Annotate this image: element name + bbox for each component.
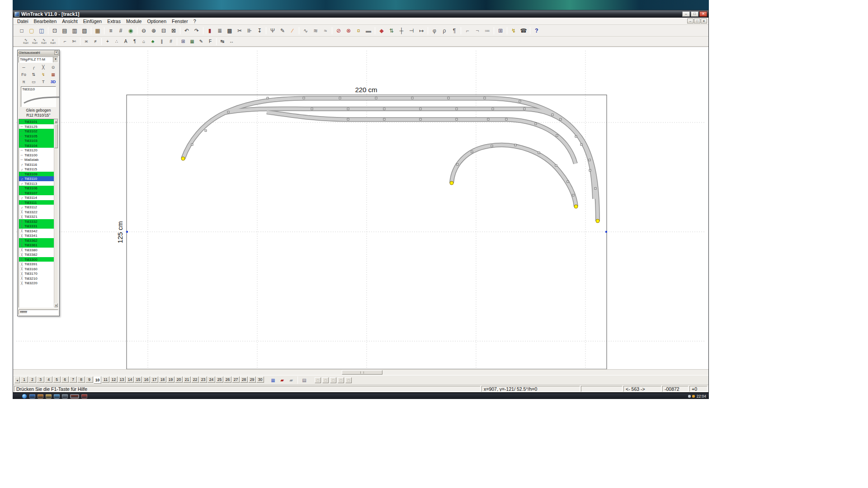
zoom-all-icon[interactable]: ⊠ bbox=[169, 26, 179, 35]
draw-tool-icon[interactable]: ✎ bbox=[278, 26, 288, 35]
parts-list-icon[interactable]: ▦ bbox=[93, 26, 103, 35]
tree-tool-icon[interactable]: ♣ bbox=[148, 38, 157, 46]
buildings-icon[interactable]: ▦ bbox=[49, 71, 57, 78]
flex-cut-icon[interactable]: ×FLEX bbox=[48, 38, 57, 46]
drawing-area[interactable]: 220 cm 125 cm Gleisauswahl ✕ Tillig/PILZ… bbox=[13, 47, 708, 369]
train-red-icon[interactable]: ▰ bbox=[278, 377, 286, 384]
sheet-tab-30[interactable]: 30 bbox=[256, 376, 264, 383]
help-icon[interactable]: ? bbox=[532, 26, 542, 35]
undo-icon[interactable]: ↶ bbox=[182, 26, 192, 35]
mdi-restore-button[interactable]: □ bbox=[694, 19, 700, 23]
view-button-3[interactable]: ▢ bbox=[330, 377, 336, 383]
minimize-button[interactable]: – bbox=[682, 11, 690, 17]
tray-icon-2[interactable] bbox=[692, 395, 695, 398]
mark-point-icon[interactable]: ∴ bbox=[112, 38, 121, 46]
menu-item-extras[interactable]: Extras bbox=[104, 18, 123, 24]
page-notes-icon[interactable]: ▧ bbox=[80, 26, 90, 35]
item-numbers-icon[interactable]: ≡ bbox=[106, 26, 116, 35]
track-list-item[interactable]: ─Ti83100 bbox=[19, 153, 54, 158]
sheet-tab-2[interactable]: 2 bbox=[28, 376, 36, 383]
signal-icon[interactable]: ρ bbox=[439, 26, 449, 35]
paste-icon[interactable]: ↧ bbox=[255, 26, 264, 35]
power-icon[interactable]: ↯ bbox=[509, 26, 519, 35]
flag-tool-icon[interactable]: ¤ bbox=[354, 26, 363, 35]
sheet-tab-10[interactable]: 10 bbox=[94, 376, 101, 384]
track-list-item[interactable]: ╳Ti83361 bbox=[19, 243, 54, 248]
taskbar-clock[interactable]: 22:04 bbox=[697, 394, 706, 399]
sheet-tab-21[interactable]: 21 bbox=[183, 376, 191, 383]
track-list-item[interactable]: ╭Ti83110 bbox=[19, 176, 54, 181]
title-bar[interactable]: WinTrack V11.0 - [track1] –□✕ bbox=[13, 10, 708, 18]
track-list-item[interactable]: ╳Ti83322 bbox=[19, 210, 54, 215]
sheet-tab-18[interactable]: 18 bbox=[159, 376, 166, 383]
sheet-tab-7[interactable]: 7 bbox=[69, 376, 77, 383]
control-panel-icon[interactable]: ▦ bbox=[269, 377, 277, 384]
track-list-item[interactable]: ╳Ti83332 bbox=[19, 219, 54, 224]
sheet-tab-22[interactable]: 22 bbox=[191, 376, 199, 383]
sheet-tab-6[interactable]: 6 bbox=[61, 376, 69, 383]
menu-item-fenster[interactable]: Fenster bbox=[169, 18, 191, 24]
track-list-item[interactable]: ╭Ti83112 bbox=[19, 205, 54, 210]
view-3d-icon[interactable]: 3D bbox=[49, 79, 57, 85]
sheet-tab-11[interactable]: 11 bbox=[102, 376, 109, 383]
track-list-item[interactable]: ╳Ti83362 bbox=[19, 238, 54, 243]
track-endpoints[interactable] bbox=[181, 157, 599, 223]
quicklaunch-mail-icon[interactable] bbox=[38, 394, 43, 399]
catalog-icon[interactable]: ▮ bbox=[205, 26, 215, 35]
cut-icon[interactable]: ✂ bbox=[235, 26, 245, 35]
sheet-tab-1[interactable]: 1 bbox=[20, 376, 28, 383]
taskbar-wintrack-button[interactable] bbox=[70, 394, 79, 399]
horizontal-scroll-thumb[interactable] bbox=[342, 370, 382, 375]
track-list-item[interactable]: ─Ti83103 bbox=[19, 138, 54, 143]
track-list-item[interactable]: ─Ti83120 bbox=[19, 148, 54, 153]
group-icon[interactable]: ⌐ bbox=[462, 26, 472, 35]
scroll-down-icon[interactable]: ▼ bbox=[54, 303, 58, 307]
bridge-icon[interactable]: π bbox=[19, 79, 28, 85]
track-list-item[interactable]: ╳Ti83321 bbox=[19, 214, 54, 219]
electric-icon[interactable]: ↯ bbox=[39, 71, 47, 78]
menu-item-?[interactable]: ? bbox=[191, 18, 199, 24]
sheet-tab-25[interactable]: 25 bbox=[216, 376, 223, 383]
text-tool-icon[interactable]: A bbox=[121, 38, 130, 46]
track-list-item[interactable]: ╳Ti83380 bbox=[19, 248, 54, 253]
short-track-icon[interactable]: ▬ bbox=[363, 26, 373, 35]
train-gray-icon[interactable]: ▰ bbox=[287, 377, 295, 384]
start-button[interactable] bbox=[22, 394, 27, 399]
track-end-icon[interactable]: ⊣ bbox=[406, 26, 416, 35]
accessories-icon[interactable]: ▭ bbox=[29, 79, 38, 85]
zoom-section-icon[interactable]: ⊟ bbox=[159, 26, 169, 35]
track-connect-icon[interactable]: ≈ bbox=[321, 26, 330, 35]
view-button-2[interactable]: ▢ bbox=[322, 377, 329, 383]
mdi-close-button[interactable]: ✕ bbox=[701, 19, 707, 23]
delete-track-icon[interactable]: ⊘ bbox=[334, 26, 344, 35]
maximize-button[interactable]: □ bbox=[691, 11, 698, 17]
straight-track-icon[interactable]: ─ bbox=[19, 64, 28, 70]
track-list-item[interactable]: ╭Ti83111 bbox=[19, 200, 54, 205]
track-list-item[interactable]: ╳Ti83331 bbox=[19, 224, 54, 229]
track-list-item[interactable]: ─Ti83102 bbox=[19, 129, 54, 134]
track-parallel-icon[interactable]: ≋ bbox=[311, 26, 321, 35]
scroll-up-icon[interactable]: ▲ bbox=[54, 119, 58, 123]
track-list-item[interactable]: ╭Ti83114 bbox=[19, 195, 54, 200]
zoom-out-icon[interactable]: ⊖ bbox=[139, 26, 149, 35]
signals-icon[interactable]: ⇅ bbox=[29, 71, 38, 78]
contact-icon[interactable]: φ bbox=[429, 26, 439, 35]
symbol-tool-icon[interactable]: ¶ bbox=[130, 38, 139, 46]
sheet-tab-15[interactable]: 15 bbox=[134, 376, 142, 383]
phone-icon[interactable]: ☎ bbox=[519, 26, 528, 35]
track-list-item[interactable]: ╭Ti83116 bbox=[19, 162, 54, 167]
sheet-tab-19[interactable]: 19 bbox=[167, 376, 175, 383]
color-tool-icon[interactable]: ◆ bbox=[377, 26, 387, 35]
tab-scroll-left-icon[interactable]: ◂ bbox=[14, 377, 20, 383]
sheet-tab-4[interactable]: 4 bbox=[45, 376, 52, 383]
sheet-tab-23[interactable]: 23 bbox=[199, 376, 207, 383]
track-list-item[interactable]: ╳Ti83160 bbox=[19, 267, 54, 272]
list-view-icon[interactable]: ≔ bbox=[482, 26, 492, 35]
sheet-tab-20[interactable]: 20 bbox=[175, 376, 183, 383]
track-lay-icon[interactable]: ∿ bbox=[301, 26, 311, 35]
sheet-tab-5[interactable]: 5 bbox=[53, 376, 61, 383]
scroll-thumb[interactable] bbox=[54, 124, 58, 148]
view-button-5[interactable]: ▢ bbox=[345, 377, 352, 383]
direction-icon[interactable]: ↦ bbox=[416, 26, 426, 35]
track-list-item[interactable]: ╭Ti83115 bbox=[19, 167, 54, 172]
